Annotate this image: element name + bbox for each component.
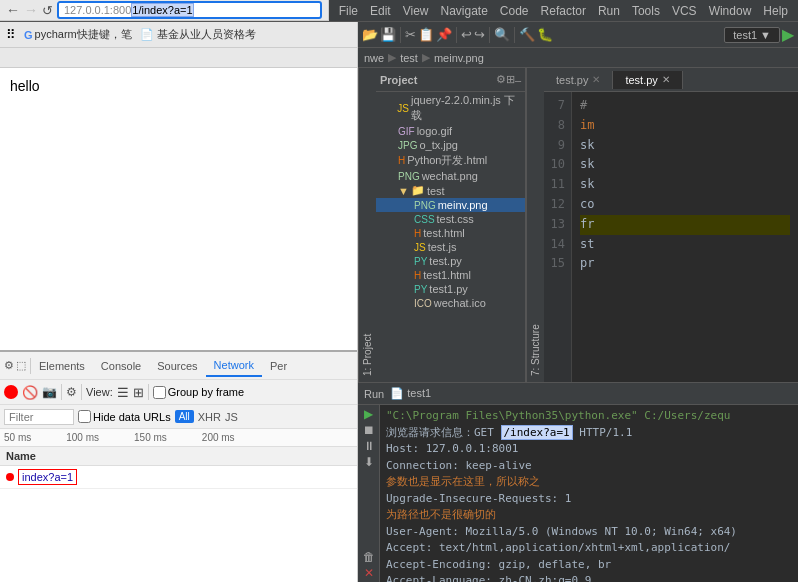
menu-refactor[interactable]: Refactor (535, 2, 592, 20)
run-scroll-btn[interactable]: ⬇ (360, 455, 377, 469)
run-pause-btn[interactable]: ⏸ (360, 439, 377, 453)
breadcrumb-sep1: ▶ (388, 51, 396, 64)
menu-edit[interactable]: Edit (364, 2, 397, 20)
xhr-filter-btn[interactable]: XHR (198, 411, 221, 423)
toolbar-paste-btn[interactable]: 📌 (436, 27, 452, 42)
toolbar-copy-btn[interactable]: 📋 (418, 27, 434, 42)
run-config-dropdown[interactable]: test1 ▼ (724, 27, 780, 43)
camera-btn[interactable]: 📷 (42, 385, 57, 399)
tree-item-jquery[interactable]: JS jquery-2.2.0.min.js 下载 (376, 92, 525, 124)
filter-icon-btn[interactable]: ⚙ (66, 385, 77, 399)
toolbar-open-btn[interactable]: 📂 (362, 27, 378, 42)
toolbar-redo-btn[interactable]: ↪ (474, 27, 485, 42)
tree-item-wechat-png1[interactable]: PNG wechat.png (376, 169, 525, 183)
all-filter-btn[interactable]: All (175, 410, 194, 423)
menu-file[interactable]: File (333, 2, 364, 20)
otx-file-icon: JPG (398, 140, 417, 151)
tree-item-test1-py[interactable]: PY test1.py (376, 282, 525, 296)
tree-item-test-js[interactable]: JS test.js (376, 240, 525, 254)
tree-item-test-css[interactable]: CSS test.css (376, 212, 525, 226)
tree-item-python-html[interactable]: H Python开发.html (376, 152, 525, 169)
address-bar[interactable]: 127.0.0.1:8001/index?a=1 (57, 1, 322, 19)
bookmark-pycharm[interactable]: G pycharm快捷键，笔 (24, 27, 132, 42)
menu-window[interactable]: Window (703, 2, 758, 20)
tab-network[interactable]: Network (206, 355, 262, 377)
menu-run[interactable]: Run (592, 2, 626, 20)
hide-data-urls-label[interactable]: Hide data URLs (78, 410, 171, 423)
bookmark-fund[interactable]: 📄 基金从业人员资格考 (140, 27, 256, 42)
menu-tools[interactable]: Tools (626, 2, 666, 20)
structure-sidebar-label[interactable]: 7: Structure (526, 68, 544, 382)
browser-page: hello (0, 68, 357, 350)
run-restart-btn[interactable]: ▶ (360, 407, 377, 421)
code-line-11: sk (580, 175, 790, 195)
tree-item-meinv[interactable]: PNG meinv.png (376, 198, 525, 212)
hide-data-urls-checkbox[interactable] (78, 410, 91, 423)
record-btn[interactable] (4, 385, 18, 399)
page-hello-text: hello (10, 78, 40, 94)
tree-item-test-py[interactable]: PY test.py (376, 254, 525, 268)
close-icon-2[interactable]: ✕ (662, 74, 670, 85)
back-button[interactable]: ← (6, 2, 20, 18)
tree-item-wechat-ico[interactable]: ICO wechat.ico (376, 296, 525, 310)
menu-vcs[interactable]: VCS (666, 2, 703, 20)
run-settings-btn[interactable]: ✕ (360, 566, 377, 580)
project-panel: Project ⚙ ⊞ – JS jquery-2.2.0.min.js 下载 (376, 68, 526, 382)
refresh-button[interactable]: ↺ (42, 3, 53, 18)
toolbar-debug-btn[interactable]: 🐛 (537, 27, 553, 42)
menu-view[interactable]: View (397, 2, 435, 20)
menu-help[interactable]: Help (757, 2, 794, 20)
g-icon: G (24, 29, 33, 41)
project-icon-btn1[interactable]: ⚙ (496, 73, 506, 86)
devtools-toggle-btn[interactable]: ⚙ (4, 359, 14, 372)
menu-navigate[interactable]: Navigate (434, 2, 493, 20)
editor-tab-testpy1[interactable]: test.py ✕ (544, 71, 613, 89)
meinv-icon: PNG (414, 200, 436, 211)
run-button[interactable]: ▶ (782, 25, 794, 44)
network-entry-name[interactable]: index?a=1 (18, 469, 77, 485)
group-by-frame-checkbox[interactable] (153, 386, 166, 399)
group-by-frame-label[interactable]: Group by frame (153, 386, 244, 399)
tick-100: 100 ms (66, 432, 99, 443)
view-grid-btn[interactable]: ⊞ (133, 385, 144, 400)
breadcrumb-test[interactable]: test (400, 52, 418, 64)
tree-item-logo[interactable]: GIF logo.gif (376, 124, 525, 138)
toolbar-undo-btn[interactable]: ↩ (461, 27, 472, 42)
devtools-inspect-btn[interactable]: ⬚ (16, 359, 26, 372)
run-panel-config: 📄 test1 (390, 387, 431, 400)
forward-button[interactable]: → (24, 2, 38, 18)
tree-item-test1-html[interactable]: H test1.html (376, 268, 525, 282)
tab-console[interactable]: Console (93, 356, 149, 376)
tree-item-test-folder[interactable]: ▼ 📁 test (376, 183, 525, 198)
network-row[interactable]: index?a=1 (0, 466, 357, 489)
close-icon-1[interactable]: ✕ (592, 74, 600, 85)
run-output-line-5: Upgrade-Insecure-Requests: 1 (386, 491, 792, 508)
html-icon: H (414, 228, 421, 239)
code-line-13: fr (580, 215, 790, 235)
run-clear-btn[interactable]: 🗑 (360, 550, 377, 564)
filter-input[interactable] (4, 409, 74, 425)
toolbar-save-btn[interactable]: 💾 (380, 27, 396, 42)
run-panel-header: Run 📄 test1 (358, 383, 798, 405)
clear-btn[interactable]: 🚫 (22, 385, 38, 400)
tab-sources[interactable]: Sources (149, 356, 205, 376)
editor-tab-testpy2[interactable]: test.py ✕ (613, 71, 682, 89)
breadcrumb-file[interactable]: meinv.png (434, 52, 484, 64)
run-stop-btn[interactable]: ⏹ (360, 423, 377, 437)
line-numbers: 7 8 9 10 11 12 13 14 15 (544, 92, 572, 382)
menu-code[interactable]: Code (494, 2, 535, 20)
view-list-btn[interactable]: ☰ (117, 385, 129, 400)
toolbar-cut-btn[interactable]: ✂ (405, 27, 416, 42)
address-prefix: 127.0.0.1:800 (64, 4, 131, 16)
tab-performance[interactable]: Per (262, 356, 295, 376)
js-filter-btn[interactable]: JS (225, 411, 238, 423)
breadcrumb-nwe[interactable]: nwe (364, 52, 384, 64)
project-icon-btn2[interactable]: ⊞ (506, 73, 515, 86)
tree-item-test-html[interactable]: H test.html (376, 226, 525, 240)
project-icon-btn3[interactable]: – (515, 74, 521, 86)
tab-elements[interactable]: Elements (31, 356, 93, 376)
toolbar-search-btn[interactable]: 🔍 (494, 27, 510, 42)
toolbar-build-btn[interactable]: 🔨 (519, 27, 535, 42)
project-sidebar-label[interactable]: 1: Project (358, 68, 376, 382)
tree-item-otx[interactable]: JPG o_tx.jpg (376, 138, 525, 152)
